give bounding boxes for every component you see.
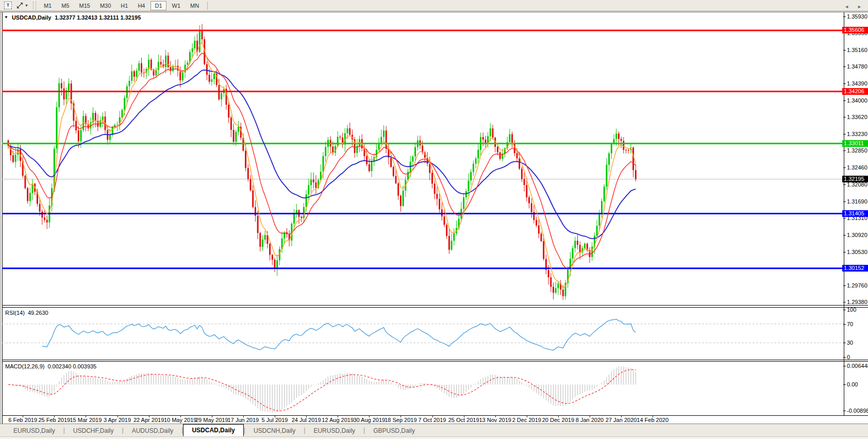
rsi-axis-tick: 70 xyxy=(847,321,853,328)
timeframe-mn-button[interactable]: MN xyxy=(186,1,203,10)
tab-5-eurusd-daily[interactable]: EURUSD,Daily xyxy=(305,426,363,436)
macd-values: 0.002340 0.003935 xyxy=(47,363,96,369)
current-price-label: 1.32195 xyxy=(842,176,868,182)
price-axis-tick: 1.35160 xyxy=(847,47,867,54)
macd-signal-line xyxy=(8,369,636,411)
tab-4-usdcnh-daily[interactable]: USDCNH,Daily xyxy=(245,426,304,436)
price-axis-tick: 1.34000 xyxy=(847,97,867,104)
price-axis[interactable]: 1.359301.355501.351601.347801.343901.340… xyxy=(847,13,868,305)
arrows-tool-icon xyxy=(16,2,24,9)
timeframe-h1-button[interactable]: H1 xyxy=(116,1,132,10)
macd-axis[interactable]: 0.0064480.00-0.008982 xyxy=(847,362,868,415)
tab-scroll-arrows: ◄ ► xyxy=(844,4,862,9)
price-axis-tick: 1.32460 xyxy=(847,164,867,171)
price-level-label: 1.33011 xyxy=(842,140,868,147)
rsi-canvas[interactable] xyxy=(2,308,844,360)
price-axis-tick: 1.29380 xyxy=(847,299,867,306)
tab-1-usdchf-daily[interactable]: USDCHF,Daily xyxy=(65,426,122,436)
window-edge xyxy=(1,12,1,424)
date-label: 14 Feb 2020 xyxy=(628,417,677,423)
timeframe-m15-button[interactable]: M15 xyxy=(75,1,94,10)
price-level-label: 1.35606 xyxy=(842,27,868,33)
date-axis[interactable]: 6 Feb 201925 Feb 201915 Mar 20193 Apr 20… xyxy=(2,415,844,424)
dropdown-caret-icon: ▼ xyxy=(25,4,28,7)
tab-0-eurusd-daily[interactable]: EURUSD,Daily xyxy=(5,426,63,436)
panel-separator[interactable] xyxy=(2,305,868,306)
arrows-tool-button[interactable]: ▼ xyxy=(14,1,30,11)
rsi-value: 49.2630 xyxy=(28,310,48,316)
toolbar-separator xyxy=(207,2,208,10)
toolbar: T ▼ M1M5M15M30H1H4D1W1MN xyxy=(0,0,868,11)
price-level-label: 1.30152 xyxy=(842,265,868,272)
tabs-scroll-left-icon[interactable]: ◄ xyxy=(844,4,849,9)
collapse-icon[interactable]: ▼ xyxy=(4,15,8,20)
price-axis-tick: 1.31690 xyxy=(847,198,867,205)
price-axis-tick: 1.34780 xyxy=(847,63,867,70)
price-axis-tick: 1.30530 xyxy=(847,249,867,256)
macd-axis-tick: -0.008982 xyxy=(847,408,868,414)
price-axis-tick: 1.34390 xyxy=(847,80,867,87)
text-tool-button[interactable]: T xyxy=(2,1,14,11)
chart-tabs-bar: EURUSD,Daily|USDCHF,Daily|AUDUSD,Daily|U… xyxy=(0,424,868,436)
macd-axis-tick: 0.006448 xyxy=(847,363,868,369)
candles xyxy=(8,24,637,300)
rsi-axis-tick: 30 xyxy=(847,340,853,346)
rsi-axis[interactable]: 10070300 xyxy=(847,308,868,360)
timeframe-d1-button[interactable]: D1 xyxy=(151,1,166,10)
macd-label: MACD(12,26,9) 0.002340 0.003935 xyxy=(5,363,96,369)
status-strip xyxy=(0,436,868,439)
chart-window: ▼ USDCAD,Daily 1.32377 1.32413 1.32111 1… xyxy=(0,12,868,424)
timeframe-h4-button[interactable]: H4 xyxy=(133,1,149,10)
tab-2-audusd-daily[interactable]: AUDUSD,Daily xyxy=(124,426,182,436)
price-level-label: 1.34206 xyxy=(842,88,868,95)
price-axis-tick: 1.32850 xyxy=(847,147,867,154)
timeframe-m1-button[interactable]: M1 xyxy=(40,1,56,10)
main-chart-canvas[interactable] xyxy=(2,13,844,305)
timeframe-buttons: M1M5M15M30H1H4D1W1MN xyxy=(40,1,203,10)
timeframe-w1-button[interactable]: W1 xyxy=(168,1,185,10)
rsi-axis-tick: 100 xyxy=(847,307,856,313)
chart-quotes: 1.32377 1.32413 1.32111 1.32195 xyxy=(55,14,141,21)
rsi-name: RSI(14) xyxy=(5,310,25,316)
tab-3-usdcad-daily[interactable]: USDCAD,Daily xyxy=(183,424,243,436)
price-axis-tick: 1.35930 xyxy=(847,13,867,20)
price-axis-tick: 1.33230 xyxy=(847,131,867,138)
timeframe-m5-button[interactable]: M5 xyxy=(57,1,73,10)
macd-histogram xyxy=(8,366,636,412)
macd-axis-tick: 0.00 xyxy=(847,381,858,388)
price-level-label: 1.31405 xyxy=(842,210,868,217)
chart-title: USDCAD,Daily xyxy=(12,14,51,21)
tabs-scroll-right-icon[interactable]: ► xyxy=(857,4,862,9)
price-axis-tick: 1.33620 xyxy=(847,114,867,121)
toolbar-grip xyxy=(33,2,36,10)
chart-title-bar: ▼ USDCAD,Daily 1.32377 1.32413 1.32111 1… xyxy=(4,14,141,21)
macd-name: MACD(12,26,9) xyxy=(5,363,44,369)
rsi-axis-tick: 0 xyxy=(847,354,850,361)
timeframe-m30-button[interactable]: M30 xyxy=(96,1,115,10)
panel-separator[interactable] xyxy=(2,360,868,360)
mt4-window: T ▼ M1M5M15M30H1H4D1W1MN ▼ USDCAD,Daily … xyxy=(0,0,868,439)
price-axis-tick: 1.29760 xyxy=(847,282,867,289)
macd-canvas[interactable] xyxy=(2,362,844,415)
tab-6-gbpusd-daily[interactable]: GBPUSD,Daily xyxy=(365,426,423,436)
ma-5-line xyxy=(8,43,636,288)
text-tool-icon: T xyxy=(4,2,12,9)
rsi-label: RSI(14) 49.2630 xyxy=(5,310,48,316)
price-axis-tick: 1.30920 xyxy=(847,232,867,239)
